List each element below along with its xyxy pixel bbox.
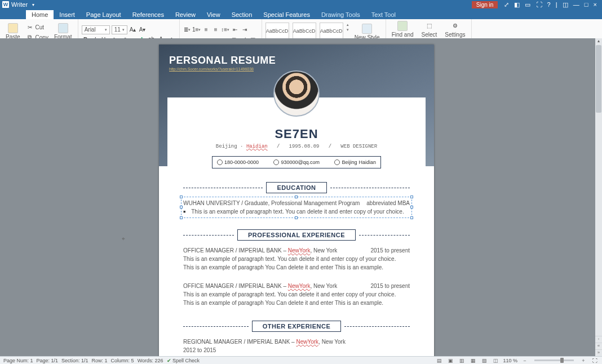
contact-box: 180-0000-0000 930000@qq.com Beijing Haid…	[212, 156, 381, 168]
phone-icon	[217, 159, 223, 165]
align-center-icon[interactable]: ≡	[212, 26, 220, 34]
indent-inc-icon[interactable]: ⇥	[241, 26, 249, 34]
zoom-slider[interactable]	[534, 359, 574, 361]
email-value: 930000@qq.com	[281, 159, 320, 165]
document-canvas[interactable]: ⌖ ⎆ PERSONAL RESUME http://chm.Socer.com…	[0, 38, 595, 356]
app-icon: W	[2, 1, 9, 8]
title-bar: W Writer ▾ Sign in ⤢ ◧ ▭ ⛶ ? | ◫ — □ ×	[0, 0, 602, 9]
resume-name: SE7EN	[183, 127, 410, 141]
title-sep: |	[554, 1, 559, 8]
align-left-icon[interactable]: ≡	[202, 26, 210, 34]
location-icon	[334, 159, 340, 165]
status-row[interactable]: Row: 1	[92, 358, 108, 363]
tab-drawing-tools[interactable]: Drawing Tools	[316, 10, 366, 19]
format-painter-icon	[58, 23, 68, 33]
tab-review[interactable]: Review	[170, 10, 201, 19]
fit-page-button[interactable]: ⛶	[591, 357, 599, 364]
scroll-extra: ◦ « »	[595, 336, 602, 356]
select-icon: ⬚	[425, 22, 433, 30]
page: PERSONAL RESUME http://chm.Socer.com/wor…	[159, 45, 434, 356]
vertical-scrollbar[interactable]: ▴ ◦ « »	[595, 38, 602, 356]
new-style-icon	[362, 24, 372, 34]
title-icon[interactable]: ⤢	[502, 1, 511, 8]
view-outline-icon[interactable]: ▦	[469, 357, 477, 364]
scroll-thumb[interactable]	[596, 45, 601, 113]
tab-insert[interactable]: Insert	[54, 10, 81, 19]
app-menu-dropdown[interactable]: ▾	[30, 2, 37, 7]
status-spellcheck[interactable]: ✔ Spell Check	[167, 358, 200, 363]
title-icon[interactable]: ◫	[561, 1, 570, 8]
settings-icon: ⚙	[451, 22, 459, 30]
style-normal[interactable]: AaBbCcD	[265, 23, 289, 39]
title-icon[interactable]: ?	[546, 1, 552, 8]
titlebar-icons: ⤢ ◧ ▭ ⛶ ? | ◫ — □ ×	[502, 1, 599, 8]
view-reader-icon[interactable]: ▧	[480, 357, 488, 364]
app-name: Writer	[11, 1, 28, 8]
font-size-select[interactable]: 11▾	[112, 25, 127, 34]
experience-entry: OFFICE MANAGER / IMPERIAL BANK – NewYork…	[183, 246, 410, 272]
section-other: OTHER EXPERIENCE	[183, 321, 410, 332]
section-title-other: OTHER EXPERIENCE	[252, 321, 341, 332]
find-replace-icon	[397, 21, 408, 31]
resume-hero-title: PERSONAL RESUME	[169, 55, 276, 66]
status-section[interactable]: Section: 1/1	[61, 358, 88, 363]
education-entry[interactable]: WUHAN UNIVERSITY / Graduate, Professiona…	[183, 199, 410, 216]
resume-hero-url: http://chm.Socer.com/works/?useraid=1149…	[169, 67, 254, 71]
shrink-font-icon[interactable]: A▾	[139, 26, 147, 34]
select-label: Select	[422, 32, 437, 38]
font-name-select[interactable]: Arial▾	[82, 25, 110, 34]
scroll-next-page-icon[interactable]: »	[595, 349, 602, 356]
resume-body: SE7EN Beijing · Haidian / 1995.08.09 / W…	[167, 123, 426, 356]
status-words[interactable]: Words: 226	[138, 358, 163, 363]
line-spacing-icon[interactable]: ↕≡▾	[222, 26, 229, 34]
menu-tabs: Home Insert Page Layout References Revie…	[0, 9, 602, 19]
scroll-up-icon[interactable]: ▴	[595, 38, 602, 45]
zoom-out-button[interactable]: −	[521, 357, 529, 364]
indent-dec-icon[interactable]: ⇤	[231, 26, 239, 34]
title-icon[interactable]: ▭	[523, 1, 532, 8]
zoom-in-button[interactable]: +	[579, 357, 587, 364]
zoom-knob[interactable]	[560, 358, 564, 363]
cut-icon[interactable]: ✂	[26, 23, 34, 31]
status-page[interactable]: Page: 1/1	[37, 358, 59, 363]
cut-label: Cut	[36, 24, 45, 30]
scroll-page-select-icon[interactable]: ◦	[595, 336, 602, 343]
view-web-layout-icon[interactable]: ▥	[458, 357, 466, 364]
email-icon	[273, 159, 279, 165]
phone-value: 180-0000-0000	[224, 159, 259, 165]
scroll-prev-page-icon[interactable]: «	[595, 343, 602, 349]
styles-up-icon[interactable]: ▴	[347, 23, 349, 27]
minimize-button[interactable]: —	[572, 1, 581, 8]
section-education: EDUCATION	[183, 182, 410, 193]
title-icon[interactable]: ⛶	[534, 1, 544, 8]
tab-special-features[interactable]: Special Features	[258, 10, 316, 19]
tab-text-tool[interactable]: Text Tool	[366, 10, 401, 19]
style-list-para[interactable]: AaBbCcD	[320, 23, 343, 39]
avatar	[273, 70, 320, 117]
cursor-guide-icon: ⌖	[122, 236, 125, 242]
tab-view[interactable]: View	[201, 10, 226, 19]
zoom-value[interactable]: 110 %	[503, 358, 517, 363]
view-side-icon[interactable]: ◫	[492, 357, 499, 364]
tab-home[interactable]: Home	[26, 10, 54, 19]
tab-page-layout[interactable]: Page Layout	[81, 10, 127, 19]
bullets-icon[interactable]: ≣▾	[183, 26, 191, 34]
style-default[interactable]: AaBbCcD	[293, 23, 316, 39]
maximize-button[interactable]: □	[583, 1, 590, 8]
title-icon[interactable]: ◧	[512, 1, 521, 8]
paste-icon	[8, 23, 18, 33]
experience-entry: OFFICE MANAGER / IMPERIAL BANK – NewYork…	[183, 282, 410, 307]
numbering-icon[interactable]: 1≡▾	[193, 26, 201, 34]
close-button[interactable]: ×	[592, 1, 599, 8]
view-print-layout-icon[interactable]: ▤	[435, 357, 443, 364]
section-professional: PROFESSIONAL EXPERIENCE	[183, 229, 410, 241]
status-page-num[interactable]: Page Num: 1	[3, 358, 33, 363]
other-entry: REGIONAL MANAGER / IMPERIAL BANK – NewYo…	[183, 338, 410, 356]
tab-references[interactable]: References	[127, 10, 170, 19]
status-column[interactable]: Column: 5	[111, 358, 134, 363]
tab-section[interactable]: Section	[226, 10, 258, 19]
styles-down-icon[interactable]: ▾	[347, 28, 349, 32]
view-fullscreen-icon[interactable]: ▣	[446, 357, 454, 364]
grow-font-icon[interactable]: A▴	[129, 26, 137, 34]
signin-button[interactable]: Sign in	[472, 1, 498, 8]
